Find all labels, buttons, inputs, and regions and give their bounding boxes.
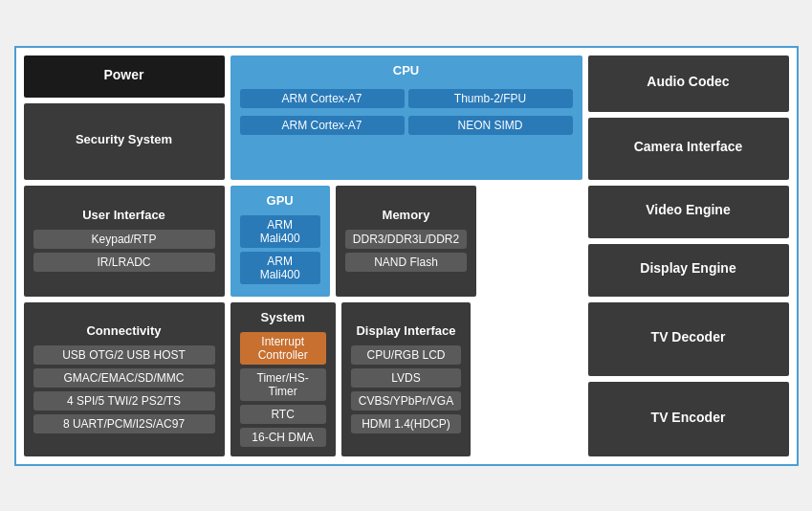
- row1-right: Audio Codec Camera Interface: [588, 56, 789, 180]
- display-engine-label: Display Engine: [640, 260, 735, 276]
- audio-codec-cell: Audio Codec: [588, 56, 789, 112]
- cpu-cell: CPU ARM Cortex-A7 Thumb-2/FPU ARM Cortex…: [230, 56, 582, 180]
- row3-center: System Interrupt Controller Timer/HS-Tim…: [230, 302, 582, 456]
- row2-right: Video Engine Display Engine: [588, 186, 789, 297]
- tv-encoder-label: TV Encoder: [651, 410, 726, 425]
- connectivity-title: Connectivity: [86, 323, 161, 338]
- cpu-title: CPU: [393, 63, 419, 78]
- cvbs-chip: CVBS/YPbPr/VGA: [351, 391, 461, 411]
- tv-decoder-cell: TV Decoder: [588, 302, 789, 377]
- system-cell: System Interrupt Controller Timer/HS-Tim…: [230, 302, 336, 456]
- tv-decoder-label: TV Decoder: [651, 329, 726, 344]
- user-interface-cell: User Interface Keypad/RTP IR/LRADC: [24, 186, 225, 297]
- usb-chip: USB OTG/2 USB HOST: [33, 345, 215, 365]
- camera-interface-cell: Camera Interface: [588, 118, 789, 180]
- cpu-chip-2: Thumb-2/FPU: [408, 89, 573, 108]
- video-engine-label: Video Engine: [646, 202, 730, 217]
- diagram-wrapper: Power Security System CPU ARM Cortex-A7 …: [14, 46, 799, 466]
- spi-chip: 4 SPI/5 TWI/2 PS2/TS: [33, 391, 215, 411]
- timer-chip: Timer/HS-Timer: [240, 368, 326, 401]
- row1-left: Power Security System: [24, 56, 225, 180]
- power-label: Power: [103, 67, 143, 82]
- security-cell: Security System: [24, 103, 225, 180]
- system-title: System: [261, 310, 305, 324]
- video-engine-cell: Video Engine: [588, 186, 789, 238]
- rgb-lcd-chip: CPU/RGB LCD: [351, 345, 461, 365]
- ir-chip: IR/LRADC: [33, 253, 215, 272]
- cpu-chips: ARM Cortex-A7 Thumb-2/FPU ARM Cortex-A7 …: [240, 87, 573, 137]
- tv-encoder-cell: TV Encoder: [588, 382, 789, 456]
- cpu-chip-1: ARM Cortex-A7: [240, 89, 405, 108]
- keypad-chip: Keypad/RTP: [33, 230, 215, 249]
- power-cell: Power: [24, 56, 225, 98]
- cpu-chip-3: ARM Cortex-A7: [240, 116, 405, 135]
- row3-right: TV Decoder TV Encoder: [588, 302, 789, 456]
- cpu-chip-4: NEON SIMD: [408, 116, 573, 135]
- lvds-chip: LVDS: [351, 368, 461, 388]
- main-grid: Power Security System CPU ARM Cortex-A7 …: [24, 56, 789, 456]
- user-interface-title: User Interface: [82, 208, 165, 222]
- memory-cell: Memory DDR3/DDR3L/DDR2 NAND Flash: [336, 186, 476, 297]
- gmac-chip: GMAC/EMAC/SD/MMC: [33, 368, 215, 388]
- display-if-title: Display Interface: [356, 323, 455, 338]
- dma-chip: 16-CH DMA: [240, 428, 326, 447]
- gpu-title: GPU: [267, 193, 294, 208]
- security-label: Security System: [76, 132, 172, 146]
- gpu-cell: GPU ARM Mali400 ARM Mali400: [230, 186, 330, 297]
- gpu-chip-1: ARM Mali400: [240, 215, 320, 248]
- connectivity-cell: Connectivity USB OTG/2 USB HOST GMAC/EMA…: [24, 302, 225, 456]
- memory-title: Memory: [383, 208, 430, 222]
- row2-center: GPU ARM Mali400 ARM Mali400 Memory DDR3/…: [230, 186, 582, 297]
- rtc-chip: RTC: [240, 405, 326, 424]
- nand-chip: NAND Flash: [345, 253, 467, 272]
- camera-interface-label: Camera Interface: [634, 139, 743, 154]
- audio-codec-label: Audio Codec: [647, 74, 729, 89]
- interrupt-chip: Interrupt Controller: [240, 332, 326, 365]
- display-engine-cell: Display Engine: [588, 244, 789, 297]
- display-if-cell: Display Interface CPU/RGB LCD LVDS CVBS/…: [341, 302, 471, 456]
- hdmi-chip: HDMI 1.4(HDCP): [351, 414, 461, 433]
- ddr-chip: DDR3/DDR3L/DDR2: [345, 230, 467, 249]
- uart-chip: 8 UART/PCM/I2S/AC97: [33, 414, 215, 433]
- gpu-chip-2: ARM Mali400: [240, 252, 320, 284]
